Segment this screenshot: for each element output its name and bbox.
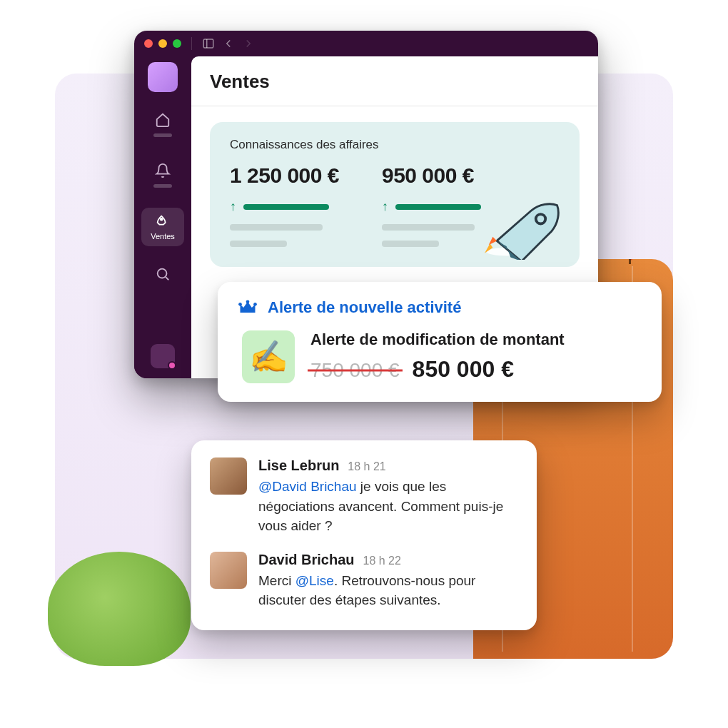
nav-forward-icon[interactable] [242, 37, 255, 50]
user-mention[interactable]: @David Brichau [258, 479, 357, 494]
new-amount: 850 000 € [413, 356, 514, 383]
rail-item-home[interactable] [141, 106, 184, 143]
placeholder-line [230, 224, 323, 231]
amount-change: 750 000 € 850 000 € [310, 356, 565, 383]
chat-card: Lise Lebrun 18 h 21 @David Brichau je vo… [191, 440, 537, 630]
search-icon [155, 266, 171, 282]
old-amount: 750 000 € [310, 359, 400, 382]
close-window-icon[interactable] [144, 39, 153, 48]
rail-user-tile[interactable] [151, 344, 175, 368]
bell-icon [155, 163, 171, 178]
crown-icon [238, 298, 258, 318]
chat-message: Lise Lebrun 18 h 21 @David Brichau je vo… [210, 457, 518, 536]
metrics-card: Connaissances des affaires 1 250 000 € ↑… [210, 122, 580, 267]
svg-line-6 [166, 277, 168, 280]
message-text: Merci @Lise. Retrouvons-nous pour discut… [258, 571, 518, 610]
nav-back-icon[interactable] [222, 37, 235, 50]
trend-bar [395, 204, 481, 210]
message-author[interactable]: David Brichau [258, 552, 354, 568]
user-mention[interactable]: @Lise [295, 573, 334, 588]
placeholder-line [382, 224, 475, 231]
rail-item-activity[interactable] [141, 157, 184, 193]
metric-block: 950 000 € ↑ [382, 163, 481, 247]
writing-hand-icon: ✍️ [242, 330, 295, 383]
workspace-tile[interactable] [148, 62, 178, 92]
nav-rail: Ventes [134, 56, 191, 378]
metric-value: 1 250 000 € [230, 163, 339, 188]
divider [191, 106, 598, 106]
alert-card: Alerte de nouvelle activité ✍️ Alerte de… [218, 282, 662, 402]
chat-message: David Brichau 18 h 22 Merci @Lise. Retro… [210, 552, 518, 610]
decor-bush [48, 552, 191, 666]
svg-point-5 [158, 269, 167, 278]
metrics-card-title: Connaissances des affaires [230, 138, 560, 152]
status-indicator-icon [168, 361, 176, 370]
rocket-icon [155, 213, 171, 229]
svg-point-10 [238, 303, 242, 306]
message-time: 18 h 21 [348, 460, 385, 473]
metric-trend: ↑ [382, 199, 481, 214]
avatar[interactable] [210, 457, 247, 495]
traffic-lights[interactable] [144, 39, 181, 48]
metric-value: 950 000 € [382, 163, 481, 188]
message-text: @David Brichau je vois que les négociati… [258, 477, 518, 536]
cardinal-bird-icon [610, 259, 653, 265]
rail-item-ventes[interactable]: Ventes [141, 208, 184, 246]
svg-point-12 [253, 303, 257, 306]
alert-header: Alerte de nouvelle activité [238, 298, 642, 318]
rocket-illustration-icon [483, 198, 565, 260]
rail-item-search[interactable] [141, 261, 184, 288]
placeholder-line [230, 241, 287, 247]
svg-point-4 [161, 218, 163, 221]
message-time: 18 h 22 [363, 555, 400, 567]
trend-up-icon: ↑ [382, 199, 388, 214]
home-icon [155, 112, 171, 128]
svg-point-11 [246, 300, 250, 304]
trend-bar [243, 204, 329, 210]
rail-item-label: Ventes [151, 232, 175, 241]
alert-header-text: Alerte de nouvelle activité [268, 298, 461, 317]
avatar[interactable] [210, 552, 247, 589]
window-titlebar [134, 31, 598, 56]
placeholder-line [382, 241, 439, 247]
message-author[interactable]: Lise Lebrun [258, 457, 339, 474]
alert-subtitle: Alerte de modification de montant [310, 330, 565, 349]
trend-up-icon: ↑ [230, 199, 236, 214]
svg-rect-2 [203, 39, 213, 48]
minimize-window-icon[interactable] [158, 39, 167, 48]
metric-block: 1 250 000 € ↑ [230, 163, 339, 247]
svg-point-9 [537, 216, 545, 223]
sidebar-toggle-icon[interactable] [202, 37, 215, 50]
metric-trend: ↑ [230, 199, 339, 214]
page-title: Ventes [210, 71, 580, 93]
svg-rect-1 [629, 259, 631, 264]
maximize-window-icon[interactable] [173, 39, 181, 48]
